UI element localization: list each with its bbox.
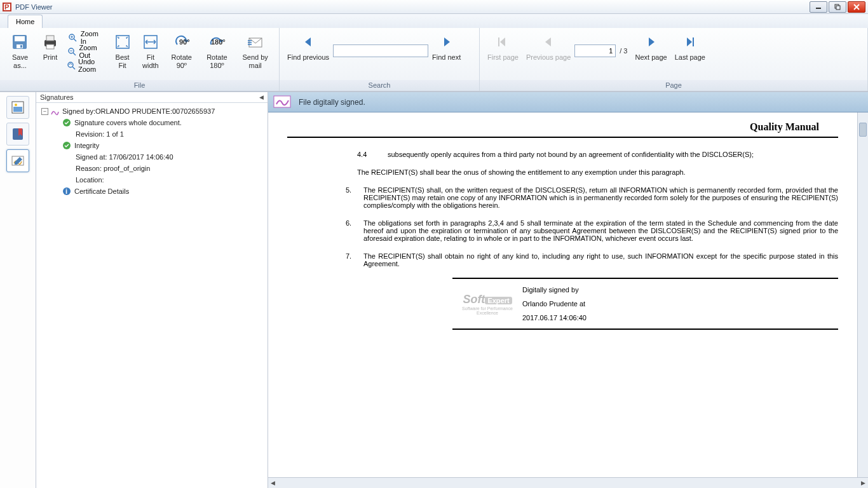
sig-line-3: 2017.06.17 14:06:40	[522, 311, 587, 325]
clause-text: The RECIPIENT(S) shall, on the written r…	[363, 186, 838, 209]
title-bar: P PDF Viewer	[0, 0, 868, 14]
document-title: Quality Manual	[287, 112, 838, 138]
previous-page-button[interactable]: Previous page	[522, 30, 574, 63]
location-label: Location:	[76, 175, 104, 185]
undo-zoom-button[interactable]: Undo Zoom	[64, 58, 109, 72]
zoom-in-icon	[67, 33, 78, 42]
tab-home[interactable]: Home	[8, 15, 43, 28]
send-by-mail-button[interactable]: Send by mail	[235, 30, 275, 71]
signed-at-label: Signed at: 17/06/2017 14:06:40	[76, 152, 173, 162]
revision-label: Revision: 1 of 1	[76, 129, 124, 139]
next-page-button[interactable]: Next page	[631, 30, 670, 63]
svg-line-20	[73, 53, 76, 55]
find-next-button[interactable]: Find next	[428, 30, 465, 63]
clause-number: 7.	[346, 252, 363, 268]
svg-rect-11	[20, 45, 22, 48]
svg-rect-14	[46, 44, 54, 49]
tree-toggle-icon[interactable]: −	[41, 108, 48, 115]
mail-icon	[247, 32, 264, 52]
first-page-icon	[496, 32, 510, 52]
print-icon	[41, 32, 59, 52]
document-page: Quality Manual 4.4subsequently openly ac…	[268, 112, 857, 477]
covers-label: Signature covers whole document.	[74, 118, 182, 128]
svg-text:P: P	[4, 3, 9, 11]
rotate-90-icon: 90°	[172, 32, 191, 52]
zoom-out-icon	[67, 47, 77, 56]
svg-text:180°: 180°	[211, 38, 226, 46]
clause-text: The obligations set forth in paragraphs …	[363, 219, 838, 242]
reason-label: Reason: proof_of_origin	[76, 163, 150, 173]
sig-line-1: Digitally signed by	[522, 283, 587, 297]
page-number-input[interactable]	[574, 44, 616, 57]
next-page-icon	[644, 32, 658, 52]
svg-point-22	[68, 62, 73, 67]
clause-text: subsequently openly acquires from a thir…	[388, 151, 838, 158]
svg-rect-13	[46, 36, 54, 41]
banner-signature-icon	[273, 94, 292, 111]
vertical-scrollbar[interactable]	[857, 112, 868, 477]
zoom-in-button[interactable]: Zoom In	[64, 30, 109, 44]
group-page-label: Page	[480, 80, 867, 91]
cert-details-label[interactable]: Certificate Details	[74, 186, 129, 196]
svg-text:i: i	[65, 187, 67, 195]
undo-zoom-icon	[67, 61, 76, 70]
svg-rect-9	[15, 36, 25, 41]
clause-number: 6.	[346, 219, 363, 242]
horizontal-scrollbar[interactable]: ◀▶	[268, 477, 868, 488]
signature-icon	[50, 107, 60, 116]
group-search-label: Search	[280, 80, 479, 91]
minimize-button[interactable]	[810, 1, 827, 13]
thumbnails-tab[interactable]	[6, 96, 29, 119]
prev-icon	[301, 32, 315, 52]
fit-width-icon	[142, 32, 159, 52]
best-fit-button[interactable]: Best Fit	[109, 30, 137, 71]
bookmarks-tab[interactable]	[6, 123, 29, 146]
signed-by-label[interactable]: Signed by:ORLANDO PRUDENTE:00702655937	[62, 106, 215, 116]
prev-page-icon	[541, 32, 555, 52]
group-file-label: File	[0, 80, 279, 91]
signatures-panel: Signatures◀ −Signed by:ORLANDO PRUDENTE:…	[36, 92, 268, 488]
svg-line-16	[74, 39, 76, 41]
search-input[interactable]	[333, 44, 428, 57]
save-icon	[11, 32, 29, 52]
svg-rect-33	[13, 107, 22, 112]
last-page-icon	[683, 32, 697, 52]
print-button[interactable]: Print	[36, 30, 64, 63]
ribbon: Save as... Print Zoom In Zoom Out Undo Z…	[0, 28, 868, 92]
paragraph-text: The RECIPIENT(S) shall bear the onus of …	[357, 168, 838, 176]
signature-tree: −Signed by:ORLANDO PRUDENTE:00702655937 …	[36, 103, 268, 200]
svg-point-34	[15, 104, 17, 106]
check-icon	[62, 118, 72, 127]
signature-banner: File digitally signed.	[268, 92, 868, 112]
next-icon	[440, 32, 454, 52]
check-icon	[62, 141, 72, 150]
zoom-out-button[interactable]: Zoom Out	[64, 44, 109, 58]
signatures-tab[interactable]	[6, 149, 29, 172]
banner-message: File digitally signed.	[299, 98, 365, 107]
softexpert-logo: SoftExpertSoftware for Performance Excel…	[452, 293, 522, 315]
svg-text:90°: 90°	[179, 38, 190, 46]
rotate-180-icon: 180°	[206, 32, 227, 52]
best-fit-icon	[114, 32, 132, 52]
integrity-label: Integrity	[74, 140, 99, 151]
maximize-button[interactable]	[829, 1, 846, 13]
fit-width-button[interactable]: Fit width	[137, 30, 165, 71]
clause-text: The RECIPIENT(S) shall obtain no right o…	[363, 252, 838, 268]
find-previous-button[interactable]: Find previous	[283, 30, 333, 63]
close-button[interactable]	[848, 1, 865, 13]
digital-signature-block: SoftExpertSoftware for Performance Excel…	[452, 278, 838, 330]
svg-rect-5	[836, 6, 840, 10]
clause-number: 4.4	[357, 151, 388, 158]
svg-line-23	[72, 67, 75, 69]
info-icon: i	[62, 187, 72, 196]
signatures-header: Signatures	[40, 93, 74, 101]
last-page-button[interactable]: Last page	[671, 30, 709, 63]
first-page-button[interactable]: First page	[484, 30, 522, 63]
rotate-90-button[interactable]: 90° Rotate 90º	[165, 30, 198, 71]
app-icon: P	[3, 3, 11, 11]
clause-number: 5.	[346, 186, 363, 209]
rotate-180-button[interactable]: 180° Rotate 180º	[198, 30, 235, 71]
collapse-panel-icon[interactable]: ◀	[259, 94, 264, 100]
save-as-button[interactable]: Save as...	[4, 30, 36, 71]
sig-line-2: Orlando Prudente at	[522, 297, 587, 311]
